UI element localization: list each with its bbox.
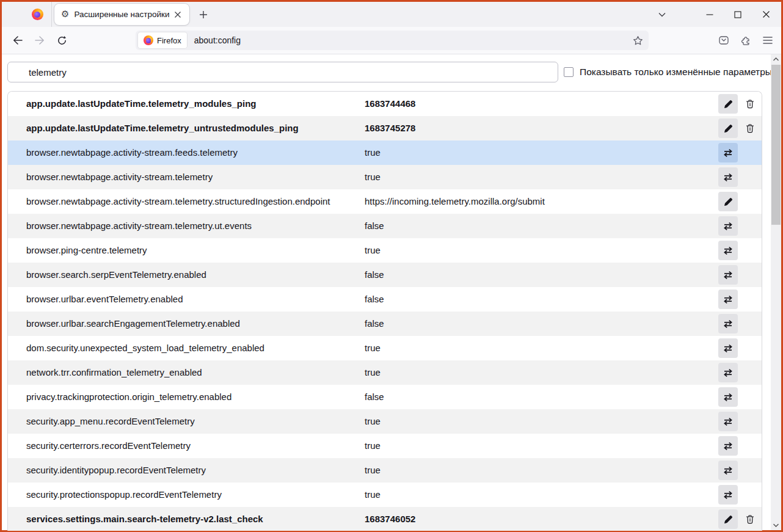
extensions-button[interactable]: [737, 31, 755, 49]
plus-icon: [199, 10, 208, 19]
show-only-modified-label[interactable]: Показывать только изменённые параметры: [580, 67, 772, 78]
show-only-modified-checkbox[interactable]: [564, 67, 574, 77]
back-button[interactable]: [8, 31, 27, 50]
toggle-pref-button[interactable]: [718, 436, 738, 456]
maximize-button[interactable]: [724, 2, 752, 27]
toggle-pref-button[interactable]: [718, 338, 738, 358]
pref-row[interactable]: security.identitypopup.recordEventTeleme…: [8, 458, 762, 483]
pref-row[interactable]: browser.newtabpage.activity-stream.telem…: [8, 189, 762, 214]
scroll-down-icon[interactable]: [771, 520, 781, 530]
scroll-up-icon[interactable]: [771, 54, 781, 64]
pref-value: 1683745278: [365, 116, 415, 140]
toggle-arrows-icon: [723, 222, 733, 231]
edit-pref-button[interactable]: [718, 94, 738, 114]
pref-name: dom.security.unexpected_system_load_tele…: [26, 336, 264, 360]
bookmark-star-button[interactable]: [629, 32, 646, 49]
delete-pref-button[interactable]: [742, 94, 758, 114]
pref-value: false: [365, 263, 384, 287]
pref-value: false: [365, 287, 384, 312]
toggle-pref-button[interactable]: [718, 167, 738, 187]
pref-name: app.update.lastUpdateTime.telemetry_modu…: [26, 92, 256, 116]
toggle-pref-button[interactable]: [718, 143, 738, 162]
pref-value: true: [365, 336, 381, 360]
delete-pref-button[interactable]: [742, 509, 758, 529]
pref-name: browser.ping-centre.telemetry: [26, 238, 147, 263]
toggle-pref-button[interactable]: [718, 290, 738, 309]
pref-row[interactable]: browser.newtabpage.activity-stream.feeds…: [8, 140, 762, 165]
pref-name: security.app_menu.recordEventTelemetry: [26, 409, 195, 434]
pref-row[interactable]: services.settings.main.search-telemetry-…: [8, 507, 762, 531]
toggle-pref-button[interactable]: [718, 387, 738, 407]
toggle-pref-button[interactable]: [718, 363, 738, 382]
firefox-logo-icon: [144, 35, 153, 45]
pocket-button[interactable]: [715, 31, 733, 49]
toggle-pref-button[interactable]: [718, 461, 738, 480]
pref-search-input[interactable]: [7, 62, 558, 82]
forward-arrow-icon: [34, 35, 45, 45]
pref-row[interactable]: security.protectionspopup.recordEventTel…: [8, 483, 762, 507]
star-icon: [633, 35, 643, 46]
pref-row[interactable]: browser.ping-centre.telemetry true: [8, 238, 762, 263]
edit-pref-button[interactable]: [718, 118, 738, 138]
pref-name: browser.urlbar.searchEngagementTelemetry…: [26, 312, 240, 336]
delete-pref-button[interactable]: [742, 118, 758, 138]
pref-row[interactable]: privacy.trackingprotection.origin_teleme…: [8, 385, 762, 409]
trash-icon: [745, 123, 755, 134]
toggle-arrows-icon: [723, 148, 733, 158]
toggle-pref-button[interactable]: [718, 485, 738, 505]
tab-bar: ⚙ Расширенные настройки: [2, 2, 781, 27]
identity-chip[interactable]: Firefox: [138, 32, 187, 48]
scrollbar-thumb[interactable]: [771, 65, 781, 225]
pref-row[interactable]: app.update.lastUpdateTime.telemetry_untr…: [8, 116, 762, 140]
pref-value: false: [365, 214, 384, 238]
toggle-pref-button[interactable]: [718, 241, 738, 260]
pref-row[interactable]: browser.newtabpage.activity-stream.telem…: [8, 214, 762, 238]
minimize-button[interactable]: [696, 2, 724, 27]
toggle-pref-button[interactable]: [718, 216, 738, 236]
pref-value: true: [365, 434, 381, 458]
list-all-tabs-button[interactable]: [654, 7, 670, 23]
pref-row[interactable]: dom.security.unexpected_system_load_tele…: [8, 336, 762, 360]
toggle-pref-button[interactable]: [718, 314, 738, 333]
pref-name: security.certerrors.recordEventTelemetry: [26, 434, 191, 458]
reload-button[interactable]: [52, 31, 71, 50]
pref-row[interactable]: browser.urlbar.searchEngagementTelemetry…: [8, 312, 762, 336]
pref-row[interactable]: browser.urlbar.eventTelemetry.enabled fa…: [8, 287, 762, 312]
vertical-scrollbar[interactable]: [771, 54, 781, 530]
toggle-arrows-icon: [723, 271, 733, 280]
app-menu-button[interactable]: [759, 31, 777, 49]
pencil-icon: [724, 100, 733, 109]
back-arrow-icon: [12, 35, 23, 45]
pref-row[interactable]: browser.newtabpage.activity-stream.telem…: [8, 165, 762, 189]
pref-name: security.identitypopup.recordEventTeleme…: [26, 458, 206, 483]
pref-row[interactable]: security.app_menu.recordEventTelemetry t…: [8, 409, 762, 434]
pencil-icon: [724, 197, 733, 206]
forward-button[interactable]: [30, 31, 49, 50]
identity-chip-label: Firefox: [157, 36, 181, 45]
tab-close-icon[interactable]: [171, 8, 184, 21]
pref-value: true: [365, 238, 381, 263]
pref-row[interactable]: browser.search.serpEventTelemetry.enable…: [8, 263, 762, 287]
pref-name: browser.search.serpEventTelemetry.enable…: [26, 263, 206, 287]
toggle-arrows-icon: [723, 246, 733, 255]
toggle-arrows-icon: [723, 417, 733, 426]
toggle-pref-button[interactable]: [718, 412, 738, 431]
new-tab-button[interactable]: [195, 7, 211, 23]
pref-value: https://incoming.telemetry.mozilla.org/s…: [365, 189, 545, 214]
tab-advanced-preferences[interactable]: ⚙ Расширенные настройки: [54, 4, 189, 25]
url-text[interactable]: about:config: [194, 35, 629, 45]
close-window-button[interactable]: [752, 2, 780, 27]
pref-name: browser.newtabpage.activity-stream.telem…: [26, 189, 330, 214]
toggle-arrows-icon: [723, 490, 733, 500]
pref-row[interactable]: app.update.lastUpdateTime.telemetry_modu…: [8, 92, 762, 116]
pref-row[interactable]: network.trr.confirmation_telemetry_enabl…: [8, 360, 762, 385]
url-bar[interactable]: Firefox about:config: [136, 31, 649, 50]
edit-pref-button[interactable]: [718, 192, 738, 211]
toggle-pref-button[interactable]: [718, 265, 738, 285]
toggle-arrows-icon: [723, 173, 733, 182]
edit-pref-button[interactable]: [718, 509, 738, 529]
browser-window: ⚙ Расширенные настройки: [0, 0, 783, 532]
pref-name: browser.newtabpage.activity-stream.telem…: [26, 214, 252, 238]
maximize-icon: [734, 11, 741, 18]
pref-row[interactable]: security.certerrors.recordEventTelemetry…: [8, 434, 762, 458]
